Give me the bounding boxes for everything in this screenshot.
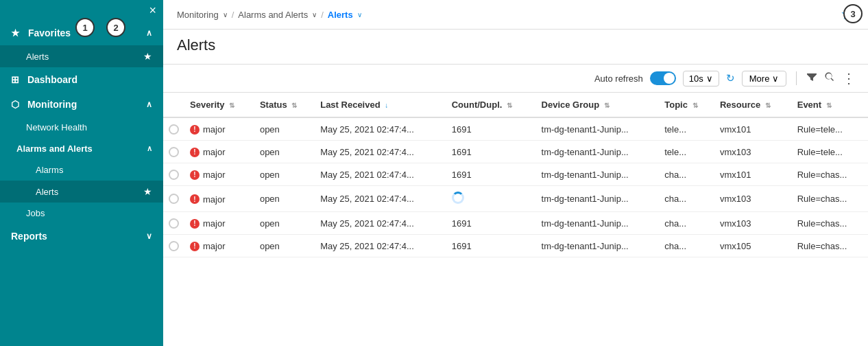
row-topic: cha... — [659, 235, 714, 257]
severity-label: major — [203, 147, 226, 157]
table-header-row: Severity ⇅ Status ⇅ Last Received ↓ Coun… — [163, 93, 868, 117]
col-device-group[interactable]: Device Group ⇅ — [536, 93, 660, 117]
alerts-table: Severity ⇅ Status ⇅ Last Received ↓ Coun… — [163, 93, 868, 257]
filter-button[interactable] — [806, 71, 817, 85]
row-checkbox-cell — [163, 212, 184, 235]
row-checkbox[interactable] — [169, 194, 179, 204]
row-status: open — [254, 212, 315, 235]
row-count: 1691 — [446, 117, 536, 141]
row-last-received: May 25, 2021 02:47:4... — [315, 117, 446, 141]
page-title: Alerts — [177, 36, 854, 54]
sidebar-group-dashboard[interactable]: ⊞ Dashboard — [0, 67, 163, 92]
star-alerts-icon: ★ — [143, 186, 152, 197]
row-topic: cha... — [659, 186, 714, 212]
row-checkbox[interactable] — [169, 124, 179, 135]
row-resource: vmx103 — [714, 186, 792, 212]
row-checkbox-cell — [163, 186, 184, 212]
auto-refresh-toggle[interactable] — [650, 71, 676, 85]
row-count: 1691 — [446, 163, 536, 186]
more-vert-button[interactable]: ⋮ — [842, 70, 854, 86]
row-device-group: tm-dg-tenant1-Junip... — [536, 117, 660, 141]
row-event: Rule=chas... — [792, 235, 868, 257]
row-resource: vmx103 — [714, 212, 792, 235]
row-count: 1691 — [446, 141, 536, 163]
sidebar-top: × — [0, 0, 163, 21]
more-chevron-icon: ∨ — [772, 73, 779, 84]
row-count — [446, 186, 536, 212]
breadcrumb: Monitoring ∨ / Alarms and Alerts ∨ / Ale… — [177, 10, 362, 20]
row-severity: !major — [184, 117, 254, 141]
callout-2: 2 — [106, 18, 125, 37]
col-status[interactable]: Status ⇅ — [254, 93, 315, 117]
row-last-received: May 25, 2021 02:47:4... — [315, 186, 446, 212]
chevron-favorites: ∧ — [146, 28, 152, 38]
severity-label: major — [203, 124, 226, 135]
row-status: open — [254, 186, 315, 212]
sidebar-group-reports[interactable]: Reports ∨ — [0, 224, 163, 249]
refresh-icon[interactable]: ↻ — [726, 72, 735, 84]
chevron-monitoring: ∧ — [146, 100, 152, 109]
row-event: Rule=tele... — [792, 141, 868, 163]
row-topic: cha... — [659, 212, 714, 235]
breadcrumb-alarms-alerts[interactable]: Alarms and Alerts — [238, 10, 308, 20]
sidebar-item-alerts-favorite[interactable]: Alerts ★ — [0, 45, 163, 67]
sidebar-item-alerts[interactable]: Alerts ★ — [0, 181, 163, 203]
col-topic[interactable]: Topic ⇅ — [659, 93, 714, 117]
row-count: 1691 — [446, 235, 536, 257]
row-topic: tele... — [659, 117, 714, 141]
loading-spinner — [452, 192, 464, 204]
row-status: open — [254, 235, 315, 257]
severity-dot: ! — [190, 194, 200, 204]
col-checkbox — [163, 93, 184, 117]
row-topic: cha... — [659, 163, 714, 186]
sidebar-item-network-health[interactable]: Network Health — [0, 117, 163, 138]
search-button[interactable] — [824, 71, 835, 85]
toolbar-divider — [796, 71, 797, 85]
row-checkbox[interactable] — [169, 170, 179, 180]
more-button[interactable]: More ∨ — [742, 71, 786, 86]
sidebar-subgroup-header-alarms-alerts[interactable]: Alarms and Alerts ∧ — [0, 138, 163, 159]
main-content: 3 Monitoring ∨ / Alarms and Alerts ∨ / A… — [163, 0, 868, 346]
row-topic: tele... — [659, 141, 714, 163]
col-resource[interactable]: Resource ⇅ — [714, 93, 792, 117]
sidebar-item-alarms[interactable]: Alarms — [0, 159, 163, 181]
chevron-reports: ∨ — [146, 231, 152, 241]
severity-label: major — [203, 241, 226, 251]
row-checkbox[interactable] — [169, 241, 179, 251]
monitoring-icon: ⬡ — [11, 99, 19, 110]
row-checkbox[interactable] — [169, 218, 179, 229]
severity-dot: ! — [190, 219, 200, 229]
breadcrumb-alarms-arrow: ∨ — [312, 11, 317, 19]
interval-chevron-icon: ∨ — [706, 73, 713, 84]
row-checkbox[interactable] — [169, 147, 179, 157]
table-row: !majoropenMay 25, 2021 02:47:4...tm-dg-t… — [163, 186, 868, 212]
sidebar-group-monitoring[interactable]: ⬡ Monitoring ∧ — [0, 92, 163, 117]
row-status: open — [254, 117, 315, 141]
dashboard-icon: ⊞ — [11, 74, 19, 85]
breadcrumb-alerts[interactable]: Alerts — [328, 10, 353, 20]
filter-icon — [806, 71, 817, 82]
sidebar-item-jobs[interactable]: Jobs — [0, 203, 163, 224]
severity-dot: ! — [190, 242, 200, 251]
breadcrumb-monitoring-arrow: ∨ — [223, 11, 228, 19]
breadcrumb-monitoring[interactable]: Monitoring — [177, 10, 219, 20]
row-device-group: tm-dg-tenant1-Junip... — [536, 235, 660, 257]
sidebar: 1 2 × ★ Favorites ∧ Alerts ★ ⊞ Dashboard — [0, 0, 163, 346]
table-row: !majoropenMay 25, 2021 02:47:4...1691tm-… — [163, 235, 868, 257]
star-icon: ★ — [11, 27, 20, 38]
row-severity: !major — [184, 212, 254, 235]
search-icon — [824, 71, 835, 82]
col-last-received[interactable]: Last Received ↓ — [315, 93, 446, 117]
row-checkbox-cell — [163, 117, 184, 141]
col-count-dupl[interactable]: Count/Dupl. ⇅ — [446, 93, 536, 117]
sidebar-section-monitoring: ⬡ Monitoring ∧ Network Health Alarms and… — [0, 92, 163, 224]
table-row: !majoropenMay 25, 2021 02:47:4...1691tm-… — [163, 141, 868, 163]
severity-label: major — [203, 170, 226, 180]
col-severity[interactable]: Severity ⇅ — [184, 93, 254, 117]
col-event[interactable]: Event ⇅ — [792, 93, 868, 117]
row-status: open — [254, 163, 315, 186]
row-status: open — [254, 141, 315, 163]
sidebar-close-button[interactable]: × — [149, 4, 156, 16]
callout-1: 1 — [75, 18, 95, 37]
interval-button[interactable]: 10s ∨ — [683, 71, 719, 86]
